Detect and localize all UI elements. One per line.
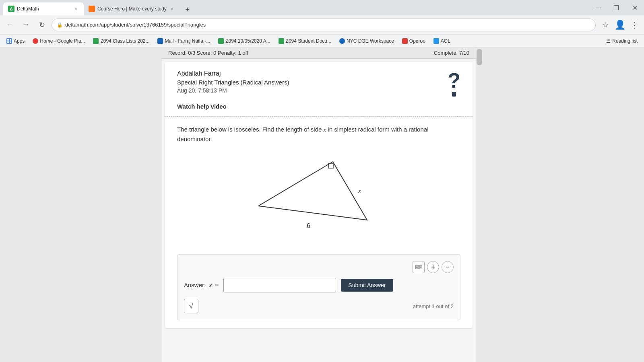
operoo-icon	[402, 38, 408, 44]
bookmark-operoo[interactable]: Operoo	[399, 37, 429, 45]
bookmark-operoo-label: Operoo	[409, 38, 425, 44]
question-mark-dot	[452, 92, 456, 97]
bookmark-aol[interactable]: AOL	[430, 37, 454, 45]
address-text: deltamath.com/app/student/solve/13766159…	[65, 22, 590, 28]
scrollbar[interactable]	[476, 47, 482, 362]
apps-icon	[6, 38, 12, 44]
reading-list-icon: ☰	[606, 38, 611, 44]
svg-rect-1	[10, 39, 11, 41]
bookmark-apps[interactable]: Apps	[3, 37, 28, 45]
bookmark-nyc-doe[interactable]: NYC DOE Workspace	[336, 37, 397, 45]
divider	[165, 116, 473, 117]
answer-area: ⌨ + − Answer: x = Submit Answer √ attemp…	[177, 254, 460, 320]
triangle-shape	[258, 162, 367, 220]
navbar: ← → ↻ 🔒 deltamath.com/app/student/solve/…	[0, 15, 644, 35]
bookmark-mail-label: Mail - Farraj Naifa -...	[165, 38, 210, 44]
bookmark-z094-10[interactable]: Z094 10/05/2020 A...	[215, 37, 273, 45]
record-bar-right: Complete: 7/10	[434, 50, 469, 56]
watch-video-link[interactable]: Watch help video	[177, 103, 460, 110]
record-bar: Record: 0/3 Score: 0 Penalty: 1 off Comp…	[162, 47, 476, 59]
x-label: x	[358, 187, 361, 194]
minimize-button[interactable]: —	[588, 0, 607, 15]
answer-toolbar: ⌨ + −	[184, 261, 454, 273]
close-button[interactable]: ✕	[625, 0, 644, 15]
bookmark-aol-label: AOL	[441, 38, 450, 44]
checkmark-button[interactable]: √	[184, 299, 198, 313]
bookmark-apps-label: Apps	[14, 38, 25, 44]
tab-coursehero-label: Course Hero | Make every study	[97, 6, 167, 12]
triangle-svg: x 6	[258, 154, 379, 242]
answer-input[interactable]	[223, 278, 336, 292]
help-button[interactable]: ?	[448, 70, 460, 97]
tab-coursehero-close[interactable]: ×	[169, 6, 175, 12]
bookmark-button[interactable]: ☆	[599, 19, 612, 31]
address-bar[interactable]: 🔒 deltamath.com/app/student/solve/137661…	[52, 19, 596, 31]
zoom-in-button[interactable]: +	[427, 261, 439, 273]
submit-button[interactable]: Submit Answer	[341, 279, 393, 292]
answer-equals: =	[215, 282, 219, 288]
deltamath-favicon: Δ	[8, 6, 14, 12]
titlebar: Δ DeltaMath × Course Hero | Make every s…	[0, 0, 644, 15]
refresh-button[interactable]: ↻	[35, 19, 48, 31]
profile-button[interactable]: 👤	[613, 19, 626, 31]
nav-actions: ☆ 👤 ⋮	[599, 19, 641, 31]
answer-label: Answer: x =	[184, 282, 219, 289]
tab-deltamath-close[interactable]: ×	[72, 6, 79, 12]
forward-button[interactable]: →	[19, 19, 32, 31]
z094-student-icon	[279, 38, 284, 44]
attempt-text: attempt 1 out of 2	[413, 303, 454, 309]
z094-class-icon	[93, 38, 99, 44]
answer-variable: x	[209, 282, 212, 288]
window-controls: — ❐ ✕	[588, 0, 644, 15]
new-tab-button[interactable]: +	[182, 4, 193, 15]
keyboard-button[interactable]: ⌨	[413, 261, 425, 273]
bookmark-reading-list[interactable]: ☰ Reading list	[603, 37, 641, 45]
answer-label-text: Answer:	[184, 282, 206, 288]
z094-10-icon	[218, 38, 224, 44]
coursehero-favicon	[89, 6, 95, 12]
bookmark-mail[interactable]: Mail - Farraj Naifa -...	[154, 37, 213, 45]
tab-coursehero[interactable]: Course Hero | Make every study ×	[84, 2, 180, 15]
nyc-doe-icon	[339, 38, 345, 44]
svg-rect-2	[7, 41, 9, 43]
lock-icon: 🔒	[57, 22, 63, 28]
problem-text-before: The triangle below is isosceles. Find th…	[177, 126, 324, 133]
svg-rect-3	[10, 41, 11, 43]
tab-deltamath-label: DeltaMath	[17, 6, 70, 12]
bookmark-google-play[interactable]: Home - Google Pla...	[29, 37, 88, 45]
bookmark-z094-student[interactable]: Z094 Student Docu...	[275, 37, 334, 45]
menu-button[interactable]: ⋮	[628, 19, 641, 31]
bookmark-reading-list-label: Reading list	[612, 38, 638, 44]
student-info: Abdallah Farraj Special Right Triangles …	[177, 70, 289, 94]
aol-icon	[433, 38, 439, 44]
problem-text: The triangle below is isosceles. Find th…	[177, 125, 460, 144]
question-area: Abdallah Farraj Special Right Triangles …	[165, 62, 473, 328]
tab-deltamath[interactable]: Δ DeltaMath ×	[3, 2, 84, 15]
timestamp: Aug 20, 7:58:13 PM	[177, 87, 289, 94]
bookmark-google-play-label: Home - Google Pla...	[40, 38, 85, 44]
triangle-diagram: x 6	[177, 154, 460, 242]
question-header: Abdallah Farraj Special Right Triangles …	[177, 70, 460, 97]
bookmarks-bar: Apps Home - Google Pla... Z094 Class Lis…	[0, 35, 644, 47]
page-content: Record: 0/3 Score: 0 Penalty: 1 off Comp…	[0, 47, 644, 362]
bookmark-z094-10-label: Z094 10/05/2020 A...	[225, 38, 270, 44]
bookmark-z094-class-label: Z094 Class Lists 202...	[100, 38, 149, 44]
main-panel: Record: 0/3 Score: 0 Penalty: 1 off Comp…	[162, 47, 476, 362]
student-name: Abdallah Farraj	[177, 70, 289, 77]
bookmark-z094-student-label: Z094 Student Docu...	[286, 38, 331, 44]
six-label: 6	[307, 222, 310, 229]
record-bar-left: Record: 0/3 Score: 0 Penalty: 1 off	[168, 50, 248, 56]
question-mark-icon: ?	[448, 70, 460, 91]
maximize-button[interactable]: ❐	[607, 0, 625, 15]
zoom-out-button[interactable]: −	[442, 261, 454, 273]
answer-row: Answer: x = Submit Answer	[184, 278, 454, 292]
check-row: √ attempt 1 out of 2	[184, 299, 454, 313]
google-play-icon	[33, 38, 38, 44]
svg-rect-0	[7, 39, 9, 41]
bookmark-nyc-doe-label: NYC DOE Workspace	[347, 38, 394, 44]
scrollbar-thumb[interactable]	[477, 49, 482, 65]
back-button[interactable]: ←	[3, 19, 16, 31]
assignment-title: Special Right Triangles (Radical Answers…	[177, 79, 289, 86]
mail-icon	[157, 38, 163, 44]
bookmark-z094-class[interactable]: Z094 Class Lists 202...	[90, 37, 153, 45]
